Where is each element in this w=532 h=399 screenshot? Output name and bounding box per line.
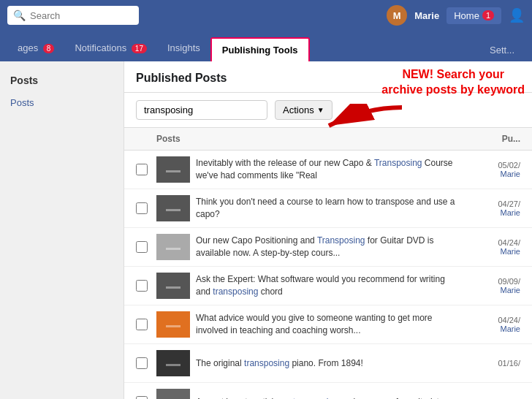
post-date: 04/24/	[462, 316, 520, 324]
table-row[interactable]: ▬▬The original transposing piano. From 1…	[124, 344, 532, 383]
post-link[interactable]: Transposing	[374, 158, 422, 168]
post-checkbox[interactable]	[136, 319, 148, 330]
post-meta: 04/24/Marie	[462, 316, 520, 333]
post-thumbnail: ▬▬	[156, 156, 190, 183]
post-text: The original transposing piano. From 189…	[196, 357, 456, 370]
actions-label: Actions	[283, 104, 314, 115]
post-thumbnail: ▬▬	[156, 273, 190, 299]
tab-insights[interactable]: Insights	[157, 37, 210, 61]
nav-tabs: ages 8 Notifications 17 Insights Publish…	[0, 31, 532, 61]
table-row[interactable]: ▬▬Think you don't need a course to learn…	[124, 189, 532, 228]
callout-line1: NEW! Search your	[402, 68, 504, 80]
publishing-tools-label: Publishing Tools	[222, 45, 298, 56]
post-date: 04/24/	[462, 238, 520, 247]
post-text: What advice would you give to someone wa…	[196, 312, 456, 337]
tab-settings[interactable]: Sett...	[479, 39, 525, 61]
table-row[interactable]: ▬▬Ask the Expert: What software would yo…	[124, 267, 532, 305]
col-header-check	[136, 134, 156, 144]
post-text: Inevitably with the release of our new C…	[196, 157, 456, 182]
post-checkbox[interactable]	[136, 241, 148, 253]
post-link[interactable]: Transposing	[317, 235, 365, 246]
tab-publishing-tools[interactable]: Publishing Tools	[210, 37, 310, 63]
post-checkbox[interactable]	[136, 396, 148, 399]
avatar: M	[387, 5, 407, 26]
post-thumbnail: ▬▬	[156, 389, 190, 399]
post-link[interactable]: transposing	[213, 286, 258, 297]
notifications-label: Notifications	[75, 42, 126, 53]
sidebar-item-posts[interactable]: Posts	[0, 92, 123, 113]
table-row[interactable]: ▬▬What advice would you give to someone …	[124, 305, 532, 344]
content-title: Published Posts	[136, 72, 227, 85]
sidebar-header: Posts	[0, 69, 123, 92]
post-date: 05/02/	[462, 161, 520, 170]
new-feature-callout: NEW! Search your archive posts by keywor…	[381, 67, 525, 98]
table-row[interactable]: ▬▬Our new Capo Positioning and Transposi…	[124, 228, 532, 267]
post-text: Think you don't need a course to learn h…	[196, 196, 456, 221]
post-text: Ask the Expert: What software would you …	[196, 273, 456, 298]
messages-label: ages	[18, 42, 38, 53]
actions-button[interactable]: Actions ▼	[275, 100, 332, 120]
post-meta: 05/02/Marie	[462, 161, 520, 178]
post-meta: 09/09/Marie	[462, 277, 520, 294]
post-thumbnail: ▬▬	[156, 350, 190, 376]
top-bar-right: M Marie Home 1 👤	[387, 5, 525, 26]
post-date: 04/27/	[462, 200, 520, 208]
messages-badge: 8	[43, 44, 55, 53]
tab-messages[interactable]: ages 8	[7, 37, 64, 61]
table-header: Posts Pu...	[124, 128, 532, 151]
post-meta: 04/24/Marie	[462, 238, 520, 256]
table-row[interactable]: ▬▬A great how-to article on transposing …	[124, 383, 532, 399]
content-area: Published Posts NEW! Search your archive…	[124, 61, 532, 399]
col-header-published: Pu...	[455, 134, 520, 144]
post-author: Marie	[462, 286, 520, 294]
col-header-posts: Posts	[156, 134, 455, 144]
post-meta: 04/27/Marie	[462, 200, 520, 217]
post-author: Marie	[462, 247, 520, 256]
global-search-box[interactable]: 🔍	[7, 6, 139, 25]
user-name: Marie	[414, 10, 439, 21]
posts-list: ▬▬Inevitably with the release of our new…	[124, 151, 532, 399]
post-date: 01/16/	[462, 359, 520, 368]
home-button[interactable]: Home 1	[446, 7, 501, 24]
post-date: 09/09/	[462, 277, 520, 286]
post-checkbox[interactable]	[136, 164, 148, 175]
post-author: Marie	[462, 324, 520, 333]
global-search-input[interactable]	[30, 10, 133, 21]
table-row[interactable]: ▬▬Inevitably with the release of our new…	[124, 151, 532, 189]
post-author: Marie	[462, 170, 520, 178]
main-layout: Posts Posts Published Posts NEW! Search …	[0, 61, 532, 399]
post-checkbox[interactable]	[136, 202, 148, 214]
post-text: Our new Capo Positioning and Transposing…	[196, 235, 456, 259]
notifications-badge: 17	[132, 44, 147, 53]
friend-requests-icon[interactable]: 👤	[509, 7, 525, 23]
post-link[interactable]: transposing	[293, 397, 338, 399]
insights-label: Insights	[167, 42, 200, 53]
post-meta: 01/16/	[462, 359, 520, 368]
post-thumbnail: ▬▬	[156, 195, 190, 221]
post-link[interactable]: transposing	[244, 358, 289, 368]
post-thumbnail: ▬▬	[156, 311, 190, 338]
home-badge: 1	[482, 10, 494, 20]
post-thumbnail: ▬▬	[156, 234, 190, 260]
post-author: Marie	[462, 208, 520, 217]
sidebar-item-posts-label: Posts	[10, 97, 34, 108]
search-row: Actions ▼	[124, 93, 532, 128]
post-checkbox[interactable]	[136, 280, 148, 292]
settings-label: Sett...	[490, 45, 514, 56]
home-label: Home	[454, 10, 479, 21]
content-header: Published Posts NEW! Search your archive…	[124, 61, 532, 93]
post-text: A great how-to article on transposing an…	[196, 396, 456, 399]
sidebar: Posts Posts	[0, 61, 124, 399]
tab-notifications[interactable]: Notifications 17	[64, 37, 157, 61]
post-search-input[interactable]	[136, 100, 267, 120]
callout-line2: archive posts by keyword	[381, 83, 525, 96]
top-bar: 🔍 M Marie Home 1 👤	[0, 0, 532, 31]
actions-chevron-icon: ▼	[317, 106, 324, 114]
post-checkbox[interactable]	[136, 357, 148, 369]
search-icon: 🔍	[13, 10, 26, 21]
